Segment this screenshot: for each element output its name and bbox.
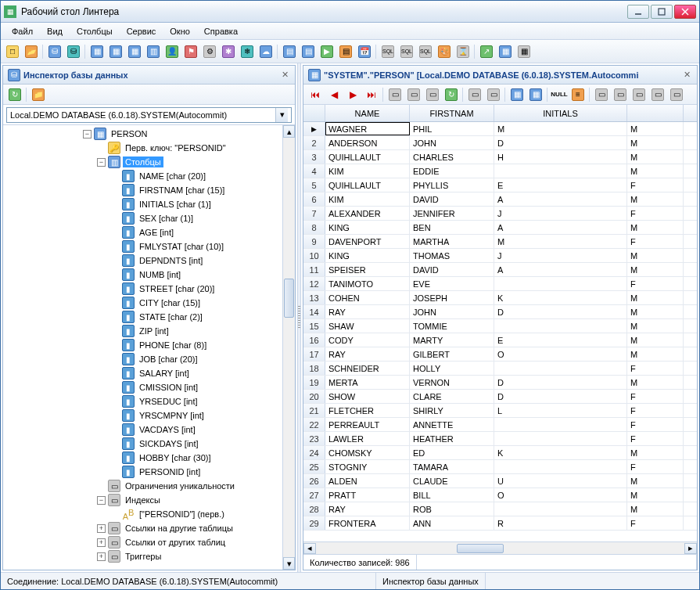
cell-initials[interactable]: U [494,474,627,487]
table-row[interactable]: 26 ALDEN CLAUDE U M [303,474,697,488]
gtb-ref[interactable]: ↻ [443,86,460,103]
table-row[interactable]: 19 MERTA VERNON D M [303,376,697,390]
row-number[interactable]: 29 [303,516,325,530]
table-row[interactable]: 13 COHEN JOSEPH K M [303,291,697,305]
row-number[interactable]: 6 [303,192,325,206]
row-number[interactable]: 23 [303,432,325,445]
scroll-thumb[interactable] [284,279,294,318]
cell-firstnam[interactable]: CLAUDE [410,474,494,487]
cell-initials[interactable]: D [494,376,627,389]
grid-corner[interactable] [303,105,325,121]
cell-firstnam[interactable]: ANNETTE [410,418,494,431]
cell-sex[interactable]: M [627,192,684,206]
cell-sex[interactable]: F [627,277,684,290]
scroll-right-icon[interactable]: ▸ [684,543,697,554]
tb-grid1[interactable]: ▦ [88,43,106,60]
row-number[interactable]: 24 [303,446,325,459]
table-row[interactable]: 3 QUIHLLAULT CHARLES H M [303,150,697,164]
cell-name[interactable]: TANIMOTO [325,277,410,290]
row-number[interactable]: 3 [303,150,325,164]
menu-view[interactable]: Вид [41,24,69,38]
cell-sex[interactable]: M [627,150,684,164]
table-row[interactable]: 8 KING BEN A M [303,221,697,235]
gtb-c2[interactable]: ▭ [485,86,502,103]
cell-name[interactable]: KIM [325,164,410,178]
row-number[interactable]: 14 [303,305,325,318]
row-number[interactable]: 21 [303,404,325,417]
cell-initials[interactable] [494,418,627,431]
cell-firstnam[interactable]: JOSEPH [410,291,494,304]
cell-firstnam[interactable]: JOHN [410,305,494,318]
table-row[interactable]: 20 SHOW CLARE D F [303,390,697,404]
tree-node-person[interactable]: − ▦ PERSON [81,127,282,141]
cell-firstnam[interactable]: JOHN [410,136,494,149]
tb-open[interactable]: 📂 [23,43,40,60]
cell-sex[interactable]: F [627,362,684,375]
cell-initials[interactable]: M [494,122,627,135]
cell-initials[interactable]: A [494,221,627,234]
scroll-up-icon[interactable]: ▴ [283,125,295,138]
tree-column[interactable]: ▮ ZIP [int] [109,324,282,338]
cell-name[interactable]: QUIHLLAULT [325,150,410,164]
tree-column[interactable]: ▮ STATE [char (2)] [109,310,282,324]
tb-grid2[interactable]: ▦ [107,43,124,60]
cell-name[interactable]: SHAW [325,319,410,333]
cell-initials[interactable]: H [494,150,627,164]
col-header-name[interactable]: NAME [325,105,410,121]
cell-firstnam[interactable]: BEN [410,221,494,234]
tb-cloud[interactable]: ☁ [257,43,275,60]
row-number[interactable]: 9 [303,235,325,248]
tree-column[interactable]: ▮ CITY [char (15)] [109,296,282,310]
maximize-button[interactable] [651,5,673,19]
scroll-down-icon[interactable]: ▾ [283,557,295,570]
data-grid[interactable]: NAME FIRSTNAM INITIALS ▶ WAGNER PHIL M M… [303,105,697,554]
cell-initials[interactable] [494,460,627,473]
table-row[interactable]: 10 KING THOMAS J M [303,249,697,263]
cell-sex[interactable]: M [627,122,684,135]
cell-initials[interactable]: R [494,516,627,530]
gtb-d2[interactable]: ▦ [527,86,544,103]
cell-name[interactable]: STOGNIY [325,460,410,473]
cell-name[interactable]: CHOMSKY [325,446,410,459]
col-header-firstnam[interactable]: FIRSTNAM [410,105,494,121]
tree-node-fkto[interactable]: + ▭ Ссылки на другие таблицы [95,521,282,535]
cell-name[interactable]: SCHNEIDER [325,362,410,375]
cell-sex[interactable]: M [627,291,684,304]
gtb-d1[interactable]: ▦ [508,86,526,103]
tree-column[interactable]: ▮ STREET [char (20)] [109,282,282,296]
connection-combo[interactable]: Local.DEMO DATABASE (6.0.18).SYSTEM(Auto… [6,107,292,123]
menu-help[interactable]: Справка [198,24,244,38]
table-row[interactable]: 6 KIM DAVID A M [303,192,697,207]
cell-firstnam[interactable]: HEATHER [410,432,494,445]
table-row[interactable]: 4 KIM EDDIE M [303,164,697,178]
gtb-next[interactable]: ▶ [344,86,361,103]
scroll-thumb-h[interactable] [457,544,504,553]
table-row[interactable]: ▶ WAGNER PHIL M M [303,122,697,136]
grid-body[interactable]: ▶ WAGNER PHIL M M 2 ANDERSON JOHN D M 3 … [303,122,697,541]
collapse-icon[interactable]: − [83,130,92,139]
gtb-first[interactable]: ⏮ [307,86,324,103]
tree-column[interactable]: ▮ AGE [int] [109,225,282,239]
cell-initials[interactable]: A [494,192,627,206]
row-number[interactable]: ▶ [303,122,325,135]
cell-sex[interactable]: M [627,376,684,389]
tb-snow[interactable]: ❄ [239,43,256,60]
tb-a3[interactable]: ▶ [318,43,336,60]
cell-name[interactable]: WAGNER [325,122,410,135]
row-number[interactable]: 16 [303,333,325,347]
table-row[interactable]: 14 RAY JOHN D M [303,305,697,319]
tree-column[interactable]: ▮ JOB [char (20)] [109,352,282,366]
tree-scrollbar[interactable]: ▴ ▾ [282,125,295,570]
cell-name[interactable]: SPEISER [325,263,410,276]
tree[interactable]: − ▦ PERSON 🔑 Перв. ключ: "PERSONID" [3,125,282,570]
tree-column[interactable]: ▮ PERSONID [int] [109,465,282,479]
row-number[interactable]: 12 [303,277,325,290]
tree-column[interactable]: ▮ FIRSTNAM [char (15)] [109,183,282,197]
cell-name[interactable]: ANDERSON [325,136,410,149]
gtb-f3[interactable]: ▭ [630,86,648,103]
cell-sex[interactable]: F [627,207,684,220]
cell-initials[interactable] [494,362,627,375]
tree-node-index[interactable]: AB ["PERSONID"] (перв.) [109,507,282,521]
cell-firstnam[interactable]: EDDIE [410,164,494,178]
inspector-close[interactable]: ✕ [279,70,290,81]
